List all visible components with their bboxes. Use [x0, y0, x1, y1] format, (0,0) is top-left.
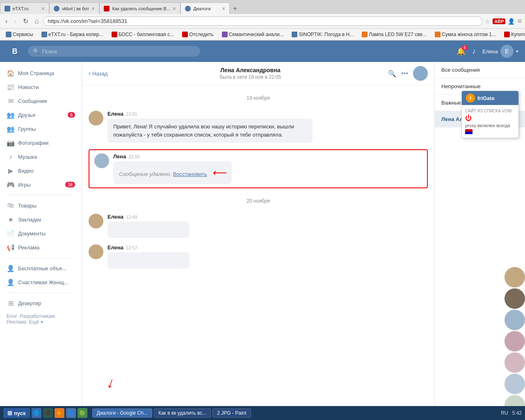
- taskbar-right: RU 5:42: [501, 410, 522, 416]
- thumb-3[interactable]: [504, 310, 525, 330]
- user-info[interactable]: Елена Е ▾: [482, 45, 518, 58]
- sidebar-item-dezertir[interactable]: ⊞ Дезертир: [0, 296, 82, 310]
- taskbar-app-1[interactable]: Диалоги - Google Ch...: [92, 409, 152, 418]
- bookmark-favicon: [292, 32, 297, 37]
- tab-vkbot[interactable]: vkbot | вк бот ×: [49, 2, 99, 14]
- message-sender: Елена: [107, 111, 123, 117]
- bookmark-kupit[interactable]: Купить Мужская Руба...: [502, 31, 525, 38]
- panel-item-all[interactable]: Все сообщения: [435, 62, 525, 78]
- user-dropdown-icon[interactable]: ▾: [516, 48, 518, 54]
- search-input[interactable]: [42, 48, 195, 55]
- notifications-icon[interactable]: 🔔 6: [457, 47, 466, 56]
- frigate-proxy-label-row: proxy включен всегда: [465, 123, 515, 128]
- sidebar-item-bespl[interactable]: 👤 Бесплатные объя...: [0, 261, 82, 275]
- back-button[interactable]: ‹ Назад: [89, 70, 108, 77]
- taskbar-icon-2[interactable]: ⬛: [43, 408, 53, 418]
- new-tab-button[interactable]: +: [230, 3, 240, 14]
- bookmark-sumka[interactable]: Сумка жіноча оптом 1...: [432, 31, 498, 38]
- frigate-content: САЙТ ИЗ СПИСКА VOW ⏻ proxy включен всегд…: [462, 105, 518, 138]
- tab-close-icon[interactable]: ×: [41, 5, 45, 12]
- vk-logo[interactable]: В: [7, 46, 23, 57]
- ads-link[interactable]: Реклама: [7, 319, 26, 325]
- thumb-2[interactable]: [504, 288, 525, 309]
- taskbar-icon-3[interactable]: 🔶: [55, 408, 64, 418]
- tab-etxt[interactable]: eTXT.ru ×: [0, 2, 49, 14]
- sidebar-item-goods[interactable]: 🛍 Товары: [0, 199, 82, 212]
- more-link[interactable]: Ещё ▾: [29, 319, 43, 325]
- frigate-subtitle: САЙТ ИЗ СПИСКА VOW: [465, 109, 512, 113]
- frigate-flag-row: [465, 129, 515, 134]
- chat-contact-name: Лена Александровна: [113, 67, 388, 73]
- tab-close-icon[interactable]: ×: [173, 5, 176, 12]
- sidebar-item-mypage[interactable]: 🏠 Моя Страница: [0, 66, 82, 80]
- sidebar-item-games[interactable]: 🎮 Игры 38: [0, 178, 82, 192]
- sidebar-label: Игры: [18, 182, 31, 188]
- menu-icon[interactable]: ≡: [517, 17, 522, 25]
- bookmark-label: Сервисы: [13, 32, 33, 37]
- taskbar-icon-4[interactable]: 🌀: [66, 408, 76, 418]
- sidebar-item-video[interactable]: ▶ Видео: [0, 164, 82, 178]
- bookmark-lampa[interactable]: Лампа LED 5W E27 све...: [359, 31, 429, 38]
- sidebar-label: Фотографии: [18, 140, 48, 146]
- sidebar-label: Музыка: [18, 154, 37, 160]
- sidebar-item-music[interactable]: ♪ Музыка: [0, 150, 82, 164]
- tab-dialogi[interactable]: Диалоги ×: [180, 2, 230, 14]
- thumb-5[interactable]: [504, 352, 525, 373]
- taskbar-time: 5:42: [512, 410, 522, 416]
- reload-button[interactable]: ↻: [21, 16, 30, 26]
- bookmark-label: Семантический анали...: [229, 32, 284, 37]
- start-button[interactable]: ⊞ пуск: [3, 408, 30, 418]
- home-button[interactable]: ⌂: [33, 17, 41, 26]
- profile-icon[interactable]: 👤: [508, 18, 515, 25]
- tab-close-icon[interactable]: ×: [91, 5, 95, 12]
- address-bar: ‹ › ↻ ⌂ ☆ ABP 👤 ≡: [0, 14, 525, 29]
- taskbar-icon-5[interactable]: 🟢: [78, 408, 87, 418]
- sidebar-label: Товары: [18, 203, 37, 209]
- power-icon[interactable]: ⏻: [465, 114, 472, 122]
- sidebar-item-friends[interactable]: 👥 Друзья 6: [0, 108, 82, 122]
- music-icon[interactable]: ♪: [472, 47, 476, 56]
- message-bubble: Привет, Лена! Я случайно удалила всю наш…: [107, 119, 313, 143]
- thumb-1[interactable]: [504, 267, 525, 288]
- thumb-4[interactable]: [504, 331, 525, 352]
- taskbar-app-3[interactable]: 2.JPG - Paint: [212, 409, 251, 418]
- restore-link[interactable]: Восстановить: [173, 171, 207, 177]
- forward-button[interactable]: ›: [12, 17, 18, 26]
- url-input[interactable]: [43, 16, 482, 26]
- tab-close-icon[interactable]: ×: [222, 5, 225, 12]
- side-thumbnails: 4: [504, 267, 525, 420]
- taskbar-system-icons: 🌐 ⬛ 🔶 🌀 🟢: [32, 408, 87, 418]
- dev-link[interactable]: Разработчикам: [20, 313, 55, 319]
- bookmark-semantic[interactable]: Семантический анали...: [219, 31, 286, 38]
- back-button[interactable]: ‹: [3, 17, 9, 26]
- bookmark-servisy[interactable]: Сервисы: [3, 31, 36, 38]
- sidebar-label: Сообщения: [18, 98, 47, 104]
- sidebar-item-news[interactable]: 📰 Новости: [0, 80, 82, 94]
- bookmark-otsledit[interactable]: Отследить: [180, 31, 216, 38]
- blog-link[interactable]: Блог: [7, 313, 17, 319]
- bookmark-boss[interactable]: БОСС - биллинговая с...: [109, 31, 177, 38]
- bookmark-star-icon[interactable]: ☆: [485, 18, 490, 25]
- sidebar-item-photos[interactable]: 📷 Фотографии: [0, 136, 82, 150]
- sidebar-item-bookmarks[interactable]: ★ Закладки: [0, 212, 82, 226]
- bookmark-etxt[interactable]: eTXT.ru - Биржа копир...: [39, 31, 106, 38]
- message-content: Елена 22:01 Привет, Лена! Я случайно уда…: [107, 111, 313, 143]
- chat-search-icon[interactable]: 🔍: [388, 70, 396, 78]
- sidebar-item-messages[interactable]: ✉ Сообщения: [0, 94, 82, 108]
- message-header: Елена 22:01: [107, 111, 313, 117]
- search-box: 🔍: [28, 46, 200, 57]
- user-display-name: Елена: [482, 48, 498, 55]
- sidebar-item-groups[interactable]: 👥 Группы: [0, 122, 82, 136]
- bookmark-sinoptik[interactable]: SINOPTIK: Погода в Н...: [289, 31, 356, 38]
- sidebar-item-docs[interactable]: 📄 Документы: [0, 226, 82, 240]
- sidebar-item-ads[interactable]: 📢 Реклама: [0, 240, 82, 254]
- message-row: Елена 22:01 Привет, Лена! Я случайно уда…: [89, 111, 428, 143]
- chat-more-icon[interactable]: •••: [401, 70, 408, 77]
- taskbar-app-2[interactable]: Как в вк удалить вс...: [154, 409, 211, 418]
- thumb-6[interactable]: [504, 374, 525, 394]
- abp-icon[interactable]: ABP: [493, 18, 505, 24]
- chat-messages: 19 ноября Елена 22:01 Привет, Лена! Я сл…: [82, 85, 434, 406]
- taskbar-icon-1[interactable]: 🌐: [32, 408, 41, 418]
- tab-howto[interactable]: Как удалить сообщение В... ×: [99, 2, 180, 14]
- sidebar-item-schastl[interactable]: 👤 Счастливая Женщ...: [0, 275, 82, 289]
